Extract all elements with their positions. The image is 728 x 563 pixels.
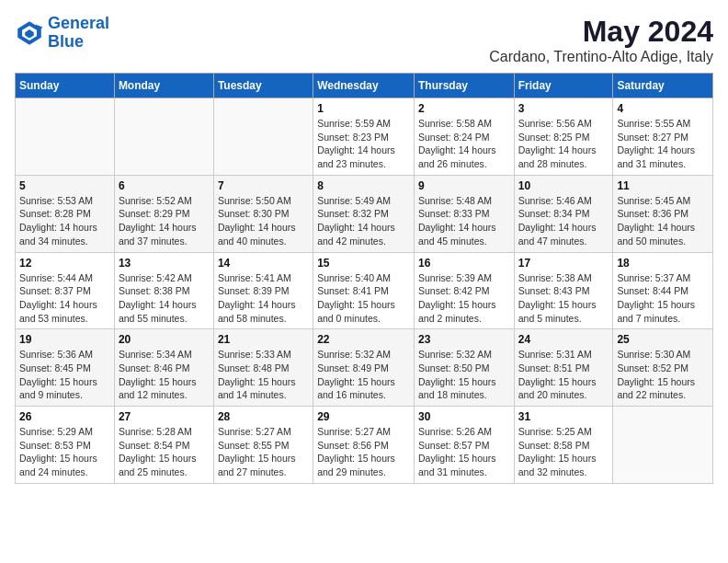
day-info: Sunrise: 5:55 AMSunset: 8:27 PMDaylight:… [617,117,709,171]
day-info: Sunrise: 5:34 AMSunset: 8:46 PMDaylight:… [119,348,210,402]
week-row-5: 26Sunrise: 5:29 AMSunset: 8:53 PMDayligh… [16,407,713,484]
day-info: Sunrise: 5:36 AMSunset: 8:45 PMDaylight:… [19,348,110,402]
col-header-sunday: Sunday [16,74,115,98]
day-info: Sunrise: 5:42 AMSunset: 8:38 PMDaylight:… [119,271,210,326]
day-info: Sunrise: 5:41 AMSunset: 8:39 PMDaylight:… [218,271,309,326]
calendar-cell: 26Sunrise: 5:29 AMSunset: 8:53 PMDayligh… [16,407,115,484]
calendar-cell: 27Sunrise: 5:28 AMSunset: 8:54 PMDayligh… [114,407,213,484]
logo-text-general: General [48,14,109,32]
day-number: 16 [418,257,510,270]
day-number: 10 [518,179,609,192]
col-header-wednesday: Wednesday [313,74,415,98]
calendar-cell: 7Sunrise: 5:50 AMSunset: 8:30 PMDaylight… [213,175,313,252]
day-info: Sunrise: 5:38 AMSunset: 8:43 PMDaylight:… [518,271,609,326]
day-number: 30 [418,410,510,423]
day-info: Sunrise: 5:30 AMSunset: 8:52 PMDaylight:… [617,348,709,402]
calendar-cell: 25Sunrise: 5:30 AMSunset: 8:52 PMDayligh… [613,329,713,407]
day-number: 2 [418,102,510,115]
day-info: Sunrise: 5:49 AMSunset: 8:32 PMDaylight:… [317,194,410,248]
day-info: Sunrise: 5:40 AMSunset: 8:41 PMDaylight:… [317,271,410,326]
calendar-cell: 24Sunrise: 5:31 AMSunset: 8:51 PMDayligh… [514,329,613,407]
calendar-cell: 31Sunrise: 5:25 AMSunset: 8:58 PMDayligh… [514,407,613,484]
day-number: 18 [617,257,709,270]
calendar-cell [16,98,115,176]
day-info: Sunrise: 5:37 AMSunset: 8:44 PMDaylight:… [617,271,709,326]
calendar-cell: 3Sunrise: 5:56 AMSunset: 8:25 PMDaylight… [514,98,613,176]
day-number: 19 [19,333,110,346]
day-number: 12 [19,257,110,270]
day-number: 26 [19,410,110,423]
calendar-cell: 28Sunrise: 5:27 AMSunset: 8:55 PMDayligh… [213,407,313,484]
day-number: 20 [119,333,210,346]
page-subtitle: Cardano, Trentino-Alto Adige, Italy [489,49,713,65]
calendar-cell: 21Sunrise: 5:33 AMSunset: 8:48 PMDayligh… [213,329,313,407]
day-number: 29 [317,410,410,423]
day-info: Sunrise: 5:33 AMSunset: 8:48 PMDaylight:… [218,348,309,402]
day-number: 14 [218,257,309,270]
day-number: 27 [119,410,210,423]
day-info: Sunrise: 5:27 AMSunset: 8:55 PMDaylight:… [218,425,309,479]
day-number: 25 [617,333,709,346]
day-number: 15 [317,257,410,270]
day-info: Sunrise: 5:32 AMSunset: 8:49 PMDaylight:… [317,348,410,402]
day-number: 11 [617,179,709,192]
day-number: 28 [218,410,309,423]
day-number: 31 [518,410,609,423]
week-row-3: 12Sunrise: 5:44 AMSunset: 8:37 PMDayligh… [16,252,713,329]
calendar-cell: 12Sunrise: 5:44 AMSunset: 8:37 PMDayligh… [16,252,115,329]
calendar-cell: 6Sunrise: 5:52 AMSunset: 8:29 PMDaylight… [114,175,213,252]
week-row-2: 5Sunrise: 5:53 AMSunset: 8:28 PMDaylight… [16,175,713,252]
calendar-cell: 8Sunrise: 5:49 AMSunset: 8:32 PMDaylight… [313,175,415,252]
day-number: 7 [218,179,309,192]
day-info: Sunrise: 5:31 AMSunset: 8:51 PMDaylight:… [518,348,609,402]
col-header-saturday: Saturday [613,74,713,98]
calendar-cell: 15Sunrise: 5:40 AMSunset: 8:41 PMDayligh… [313,252,415,329]
calendar-cell: 17Sunrise: 5:38 AMSunset: 8:43 PMDayligh… [514,252,613,329]
calendar-cell: 11Sunrise: 5:45 AMSunset: 8:36 PMDayligh… [613,175,713,252]
calendar-cell [114,98,213,176]
calendar-cell: 29Sunrise: 5:27 AMSunset: 8:56 PMDayligh… [313,407,415,484]
calendar-table: SundayMondayTuesdayWednesdayThursdayFrid… [15,73,713,484]
day-number: 13 [119,257,210,270]
day-info: Sunrise: 5:50 AMSunset: 8:30 PMDaylight:… [218,194,309,248]
calendar-cell: 18Sunrise: 5:37 AMSunset: 8:44 PMDayligh… [613,252,713,329]
calendar-cell: 4Sunrise: 5:55 AMSunset: 8:27 PMDaylight… [613,98,713,176]
calendar-cell: 14Sunrise: 5:41 AMSunset: 8:39 PMDayligh… [213,252,313,329]
day-number: 21 [218,333,309,346]
calendar-cell: 2Sunrise: 5:58 AMSunset: 8:24 PMDaylight… [414,98,514,176]
day-number: 8 [317,179,410,192]
page-title: May 2024 [489,15,713,49]
calendar-cell: 10Sunrise: 5:46 AMSunset: 8:34 PMDayligh… [514,175,613,252]
week-row-1: 1Sunrise: 5:59 AMSunset: 8:23 PMDaylight… [16,98,713,176]
calendar-cell: 22Sunrise: 5:32 AMSunset: 8:49 PMDayligh… [313,329,415,407]
day-info: Sunrise: 5:52 AMSunset: 8:29 PMDaylight:… [119,194,210,248]
col-header-tuesday: Tuesday [213,74,313,98]
day-number: 22 [317,333,410,346]
calendar-cell: 23Sunrise: 5:32 AMSunset: 8:50 PMDayligh… [414,329,514,407]
day-info: Sunrise: 5:53 AMSunset: 8:28 PMDaylight:… [19,194,110,248]
calendar-cell: 19Sunrise: 5:36 AMSunset: 8:45 PMDayligh… [16,329,115,407]
day-info: Sunrise: 5:39 AMSunset: 8:42 PMDaylight:… [418,271,510,326]
day-info: Sunrise: 5:44 AMSunset: 8:37 PMDaylight:… [19,271,110,326]
calendar-cell: 16Sunrise: 5:39 AMSunset: 8:42 PMDayligh… [414,252,514,329]
calendar-cell [213,98,313,176]
title-block: May 2024 Cardano, Trentino-Alto Adige, I… [489,15,713,65]
day-info: Sunrise: 5:29 AMSunset: 8:53 PMDaylight:… [19,425,110,479]
day-info: Sunrise: 5:45 AMSunset: 8:36 PMDaylight:… [617,194,709,248]
page-header: General Blue May 2024 Cardano, Trentino-… [15,15,713,65]
day-info: Sunrise: 5:32 AMSunset: 8:50 PMDaylight:… [418,348,510,402]
day-number: 24 [518,333,609,346]
day-number: 5 [19,179,110,192]
calendar-cell [613,407,713,484]
day-info: Sunrise: 5:25 AMSunset: 8:58 PMDaylight:… [518,425,609,479]
col-header-monday: Monday [114,74,213,98]
day-info: Sunrise: 5:48 AMSunset: 8:33 PMDaylight:… [418,194,510,248]
day-info: Sunrise: 5:59 AMSunset: 8:23 PMDaylight:… [317,117,410,171]
day-number: 1 [317,102,410,115]
day-info: Sunrise: 5:46 AMSunset: 8:34 PMDaylight:… [518,194,609,248]
calendar-cell: 9Sunrise: 5:48 AMSunset: 8:33 PMDaylight… [414,175,514,252]
day-number: 17 [518,257,609,270]
logo-icon [15,18,44,48]
day-info: Sunrise: 5:56 AMSunset: 8:25 PMDaylight:… [518,117,609,171]
day-number: 3 [518,102,609,115]
